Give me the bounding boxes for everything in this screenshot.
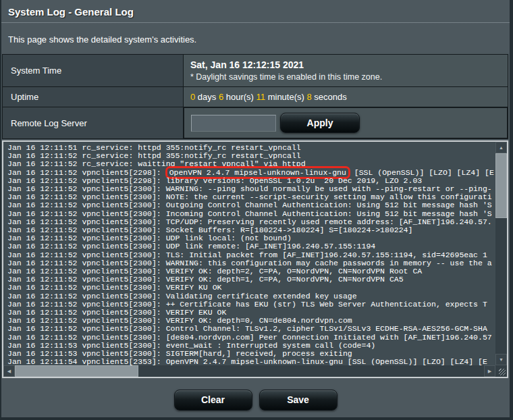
vertical-scrollbar-thumb[interactable] [495, 153, 507, 218]
system-log-page: System Log - General Log This page shows… [1, 0, 510, 417]
table-row-remote-log-server: Remote Log Server Apply [3, 107, 508, 139]
scroll-left-button[interactable]: ◀ [3, 365, 15, 377]
page-title: System Log - General Log [1, 0, 510, 22]
page-description: This page shows the detailed system's ac… [1, 24, 510, 54]
scroll-down-button[interactable]: ▼ [495, 354, 507, 365]
log-line: Jan 16 12:11:52 vpnclient5[2300]: Incomi… [7, 210, 495, 218]
resize-grip-icon [499, 369, 506, 375]
uptime-label: Uptime [3, 87, 184, 107]
uptime-segment: minute(s) [265, 92, 306, 102]
vertical-scrollbar[interactable]: ▲ ▼ [495, 142, 507, 365]
horizontal-scrollbar[interactable]: ◀ ▶ [3, 365, 495, 377]
clear-button[interactable]: Clear [174, 390, 252, 411]
log-panel: Jan 16 12:11:51 rc_service: httpd 355:no… [2, 140, 508, 378]
footer-actions: Clear Save [1, 378, 510, 411]
uptime-segment: days [195, 92, 219, 102]
uptime-segment: hour(s) [223, 92, 256, 102]
scroll-right-button[interactable]: ▶ [484, 365, 495, 377]
log-line: Jan 16 12:11:52 vpnclient5[2300]: TLS: I… [7, 251, 495, 259]
log-line: Jan 16 12:11:52 vpnclient5[2300]: UDP li… [7, 242, 495, 251]
horizontal-scrollbar-track[interactable] [138, 365, 484, 377]
remote-log-server-label: Remote Log Server [3, 107, 184, 139]
log-line: Jan 16 12:11:52 vpnclient5[2300]: Contro… [7, 325, 495, 333]
log-line: Jan 16 12:11:54 vpnclient5[2353]: OpenVP… [7, 358, 495, 365]
resize-corner[interactable] [495, 365, 507, 377]
save-button[interactable]: Save [259, 390, 338, 411]
log-line: Jan 16 12:11:52 vpnclient5[2300]: Outgoi… [7, 201, 495, 209]
uptime-segment: 11 [256, 92, 266, 102]
uptime-segment: seconds [312, 92, 347, 102]
log-lines: Jan 16 12:11:51 rc_service: httpd 355:no… [3, 142, 495, 365]
uptime-value: 0 days 6 hour(s) 11 minute(s) 8 seconds [190, 92, 501, 102]
log-line: Jan 16 12:11:52 vpnclient5[2300]: VERIFY… [7, 284, 495, 292]
system-time-value: Sat, Jan 16 12:12:15 2021 [190, 59, 501, 70]
system-time-label: System Time [3, 55, 184, 87]
apply-button[interactable]: Apply [280, 113, 360, 133]
uptime-segment: 8 [306, 92, 311, 102]
daylight-savings-note: * Daylight savings time is enabled in th… [190, 72, 501, 82]
info-table: System Time Sat, Jan 16 12:12:15 2021 * … [2, 54, 508, 139]
horizontal-scrollbar-thumb[interactable] [15, 365, 138, 377]
log-line: Jan 16 12:11:52 vpnclient5[2298]: OpenVP… [7, 169, 495, 177]
vertical-scrollbar-track[interactable] [495, 218, 507, 354]
table-row-uptime: Uptime 0 days 6 hour(s) 11 minute(s) 8 s… [3, 87, 508, 107]
remote-log-server-input[interactable] [191, 115, 276, 132]
scroll-up-button[interactable]: ▲ [495, 142, 507, 153]
table-row-system-time: System Time Sat, Jan 16 12:12:15 2021 * … [3, 55, 508, 87]
